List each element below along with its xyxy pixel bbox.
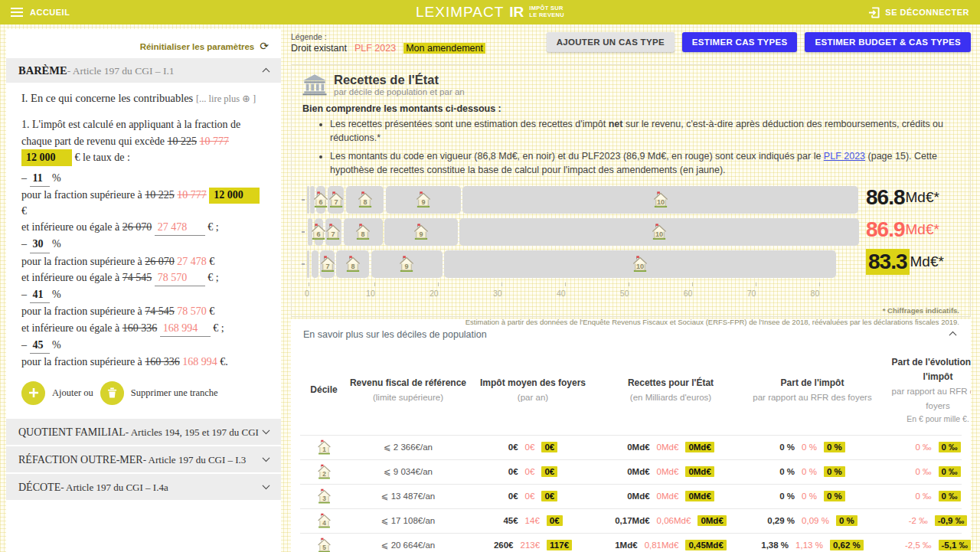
decile-house-icon: 3 [316, 488, 332, 504]
rate-input[interactable]: 41 [30, 287, 50, 303]
menu-button[interactable]: ACCUEIL [11, 5, 70, 19]
chevron-down-icon [263, 426, 270, 434]
svg-text:9: 9 [419, 231, 423, 239]
bar-segment: 10 [462, 186, 858, 214]
old-threshold: 74 545 [145, 305, 175, 317]
header-rfr: Revenu fiscal de référence(limite supéri… [348, 376, 469, 405]
deciles-expander[interactable]: En savoir plus sur les déciles de popula… [291, 319, 971, 348]
bracket-sup-line: pour la fraction supérieure à 26 070 27 … [21, 254, 266, 269]
svg-text:1: 1 [322, 446, 326, 453]
plf-threshold-input[interactable]: 27 478 [155, 220, 205, 236]
menu-label: ACCUEIL [30, 8, 70, 17]
add-bracket-button[interactable] [21, 381, 45, 405]
rfr-cell: ⩽ 20 664€/an [348, 540, 469, 550]
recettes-cell: 0Md€0Md€0Md€ [597, 442, 744, 452]
plus-icon [28, 387, 39, 398]
chart-total-value: 86.9 [866, 217, 905, 242]
logout-icon [868, 7, 880, 18]
axis-tick: 30 [498, 283, 507, 298]
decile-house-icon: 9 [412, 224, 430, 240]
table-header-row: Décile Revenu fiscal de référence(limite… [300, 355, 962, 435]
decile-house-icon: 9 [398, 256, 416, 273]
plf-threshold-input[interactable]: 78 570 [155, 270, 205, 286]
old-threshold: 26 070 [145, 256, 175, 267]
logo-tagline: IMPÔT SURLE REVENU [529, 5, 564, 18]
axis-tick: 0 [307, 283, 312, 298]
estimate-cases-button[interactable]: ESTIMER CAS TYPES [682, 32, 798, 52]
chart-total-unit: Md€* [906, 221, 939, 238]
svg-text:9: 9 [421, 199, 425, 207]
bracket-inf-line: et inférieure ou égale à 74 545 78 570 €… [21, 270, 266, 286]
main-panel: Légende : Droit existant PLF 2023 Mon am… [291, 29, 971, 552]
svg-text:8: 8 [361, 231, 365, 239]
other-sections-accordion: QUOTIENT FAMILIAL- Articles 194, 195 et … [6, 419, 281, 501]
decile-house-icon: 7 [327, 191, 345, 208]
sidebar-section-2[interactable]: RÉFACTION OUTRE-MER- Article 197 du CGI … [6, 446, 281, 474]
rate-input[interactable]: 45 [30, 338, 50, 354]
plf-threshold-input[interactable]: 168 994 [160, 321, 211, 337]
sidebar-section-1[interactable]: QUOTIENT FAMILIAL- Articles 194, 195 et … [6, 419, 281, 446]
evolution-cell: 0 ‰0 ‰ [880, 466, 971, 477]
logout-button[interactable]: SE DÉCONNECTER [868, 7, 969, 18]
decile-house-icon: 5 [316, 537, 332, 552]
bar-segment [307, 186, 309, 214]
footnote-indicatifs: * Chiffrages indicatifs. [302, 305, 959, 316]
bar-segment: 8 [346, 186, 384, 214]
bar-segment: 9 [371, 250, 443, 278]
svg-text:2: 2 [322, 471, 326, 478]
svg-text:8: 8 [363, 199, 367, 207]
decile-cell: 5 [300, 537, 348, 552]
logo-text: LEXIMPACT [416, 4, 504, 21]
logo-ir-text: IR [509, 4, 524, 21]
reset-parameters-button[interactable]: Réinitialiser les paramètres⟳ [6, 29, 281, 58]
bar-segment: 6 [315, 218, 324, 246]
chart-bar-row-amdt: 7 8 9 10 [307, 250, 861, 278]
bracket-sup-line: pour la fraction supérieure à 74 545 78 … [21, 304, 266, 319]
rate-input[interactable]: 30 [30, 237, 50, 253]
legend-mon-amendement: Mon amendement [403, 43, 485, 54]
decile-cell: 4 [300, 513, 348, 528]
read-more-link[interactable]: [... lire plus ⊕ ] [196, 93, 256, 104]
recettes-cell: 0,17Md€0,06Md€0Md€ [597, 515, 744, 526]
recettes-cell: 0Md€0Md€0Md€ [597, 491, 744, 501]
chart-totals: 86.8Md€*86.9Md€*83.3Md€* [866, 181, 959, 278]
decile-house-icon: 4 [316, 513, 332, 528]
impot-cell: 0€0€0€ [469, 466, 597, 477]
header-recettes: Recettes pour l'État(en Milliards d'euro… [597, 376, 744, 405]
svg-text:4: 4 [322, 520, 326, 527]
plf-2023-link[interactable]: PLF 2023 [824, 151, 865, 162]
amendment-threshold-input[interactable]: 12 000 [21, 149, 72, 166]
table-row-decile-4: 4 ⩽ 17 108€/an45€14€0€0,17Md€0,06Md€0Md€… [300, 508, 962, 533]
svg-text:6: 6 [319, 199, 323, 207]
article-intro: I. En ce qui concerne les contribuables … [21, 92, 266, 105]
bareme-section-header[interactable]: BARÈME- Article 197 du CGI – I.1 [6, 58, 281, 83]
plf-threshold: 10 777 [177, 189, 207, 201]
bullet-plf-amounts: Les montants du code en vigueur (86,8 Md… [330, 149, 959, 177]
chart-x-axis: 01020304050607080 [307, 283, 861, 302]
estimate-budget-button[interactable]: ESTIMER BUDGET & CAS TYPES [805, 32, 971, 52]
add-case-button[interactable]: AJOUTER UN CAS TYPE [547, 32, 675, 52]
card-subtitle: par décile de population et par an [334, 87, 465, 96]
decile-house-icon: 7 [318, 256, 336, 273]
amendment-threshold-input[interactable]: 12 000 [209, 188, 260, 203]
legend-plf-2023: PLF 2023 [354, 43, 396, 54]
bar-segment: 9 [384, 218, 457, 246]
bullet-net-recettes: Les recettes présentées sont une estimat… [330, 117, 959, 145]
bracket-actions: Ajouter ou Supprimer une tranche [21, 381, 266, 405]
chevron-up-icon [263, 68, 270, 76]
svg-text:6: 6 [317, 231, 321, 239]
old-threshold: 10 225 [167, 136, 197, 147]
chart-total-noir: 86.8Md€* [866, 181, 959, 214]
decile-house-icon: 9 [414, 191, 432, 208]
rate-input[interactable]: 11 [30, 171, 50, 187]
sidebar-section-3[interactable]: DÉCOTE- Article 197 du CGI – I.4a [6, 474, 281, 501]
part-cell: 0 %0 %0 % [744, 491, 880, 501]
table-row-decile-3: 3 ⩽ 13 487€/an0€0€0€0Md€0Md€0Md€0 %0 %0 … [300, 484, 962, 508]
remove-bracket-label: Supprimer une tranche [131, 387, 218, 399]
decile-house-icon: 7 [325, 224, 342, 240]
bracket-rate-line: – 11 % [21, 171, 266, 187]
remove-bracket-button[interactable] [100, 381, 124, 405]
svg-text:10: 10 [656, 199, 664, 207]
impot-cell: 0€0€0€ [469, 442, 597, 452]
axis-tick: 70 [752, 283, 761, 298]
